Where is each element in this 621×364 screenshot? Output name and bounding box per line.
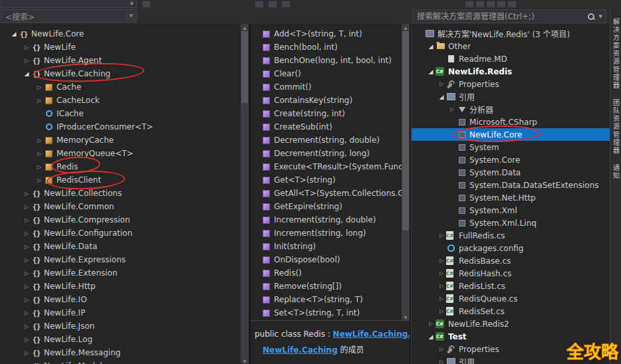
member-item-row[interactable]: Set<T>(string, T, int) <box>251 306 410 319</box>
expand-arrow-icon[interactable]: ▷ <box>22 58 31 64</box>
member-item-row[interactable]: ContainsKey(string) <box>251 94 410 107</box>
browser-item-row[interactable]: ▷{}NewLife.Json <box>0 319 249 333</box>
chevron-down-icon[interactable]: ▼ <box>126 10 136 22</box>
expand-arrow-icon[interactable]: ▷ <box>35 164 44 170</box>
member-item-row[interactable]: Replace<T>(string, T) <box>251 293 410 306</box>
solution-item-row[interactable]: System.Xml <box>412 204 610 217</box>
expand-arrow-icon[interactable]: ▷ <box>437 346 446 352</box>
expand-arrow-icon[interactable]: ▷ <box>22 310 31 316</box>
member-item-row[interactable]: Add<T>(string, T, int) <box>251 27 410 41</box>
object-browser-search-combobox[interactable]: <搜索> ▼ <box>1 9 137 23</box>
browser-item-row[interactable]: ▷{}NewLife.Agent <box>0 54 249 67</box>
expand-arrow-icon[interactable]: ▷ <box>22 244 31 250</box>
search-icon[interactable] <box>586 12 596 21</box>
expand-arrow-icon[interactable]: ▷ <box>35 98 44 104</box>
collapse-arrow-icon[interactable]: ◢ <box>426 68 435 75</box>
expand-arrow-icon[interactable]: ▷ <box>437 270 446 276</box>
collapse-arrow-icon[interactable]: ◢ <box>426 43 435 50</box>
collapse-arrow-icon[interactable]: ◢ <box>437 94 446 100</box>
solution-item-row[interactable]: System.Data.DataSetExtensions <box>412 179 610 191</box>
expand-arrow-icon[interactable]: ▷ <box>22 270 31 276</box>
browser-item-row[interactable]: ▷{}NewLife.IP <box>0 306 249 319</box>
toolbar-icon[interactable] <box>269 1 277 7</box>
expand-arrow-icon[interactable]: ▷ <box>426 321 435 327</box>
toolbar-icon[interactable] <box>497 1 505 7</box>
solution-item-row[interactable]: ▷Properties <box>412 78 610 90</box>
solution-item-row[interactable]: ▷C#RedisHash.cs <box>412 267 610 280</box>
browser-item-row[interactable]: ICache <box>0 107 249 120</box>
toolbar-icon[interactable] <box>476 1 484 7</box>
scrollbar-thumb[interactable] <box>402 31 409 230</box>
browser-item-row[interactable]: ▷{}NewLife.Common <box>0 200 249 213</box>
solution-item-row[interactable]: System.Net.Http <box>412 191 610 204</box>
browser-item-row[interactable]: ▷{}NewLife.Http <box>0 280 249 293</box>
expand-arrow-icon[interactable]: ▷ <box>35 177 44 183</box>
expand-arrow-icon[interactable]: ▷ <box>22 323 31 329</box>
browser-item-row[interactable]: ◢{}NewLife.Caching <box>0 67 249 80</box>
collapse-arrow-icon[interactable]: ◢ <box>426 333 435 340</box>
solution-item-row[interactable]: ▷C#RedisBase.cs <box>412 254 610 267</box>
namespace-link[interactable]: NewLife.Caching <box>263 345 338 355</box>
toolbar-icon[interactable] <box>282 1 290 7</box>
browser-item-row[interactable]: ▷{}NewLife.Configuration <box>0 227 249 240</box>
solution-item-row[interactable]: packages.config <box>412 242 610 254</box>
browser-item-row[interactable]: ▷{}NewLife.Log <box>0 333 249 346</box>
expand-arrow-icon[interactable]: ▷ <box>22 284 31 290</box>
scrollbar-thumb[interactable] <box>241 31 248 103</box>
expand-arrow-icon[interactable]: ▷ <box>22 217 31 223</box>
member-item-row[interactable]: Execute<TResult>(System.Func<N <box>251 160 410 173</box>
expand-arrow-icon[interactable]: ▷ <box>437 232 446 238</box>
solution-item-row[interactable]: Readme.MD <box>412 52 610 65</box>
solution-item-row[interactable]: ◢引用 <box>412 90 610 103</box>
expand-arrow-icon[interactable]: ▷ <box>437 81 446 87</box>
browser-item-row[interactable]: ▷{}NewLife.Data <box>0 240 249 253</box>
browser-item-row[interactable]: ▷{}NewLife.Extension <box>0 266 249 280</box>
solution-item-row[interactable]: ▷C#RedisQueue.cs <box>412 292 610 305</box>
browser-item-row[interactable]: ▷{}NewLife.Compression <box>0 213 249 227</box>
member-item-row[interactable]: Create(string, int) <box>251 107 410 120</box>
browser-item-row[interactable]: ▷{}NewLife.Model <box>0 359 249 364</box>
browser-item-row[interactable]: ▷{}NewLife.IO <box>0 293 249 306</box>
solution-item-row[interactable]: 解决方案'NewLife.Redis' (3 个项目) <box>412 27 610 40</box>
browser-item-row[interactable]: ▷MemoryQueue<T> <box>0 147 249 160</box>
member-item-row[interactable]: GetExpire(string) <box>251 200 410 213</box>
member-item-row[interactable]: Redis() <box>251 266 410 280</box>
side-tab[interactable]: 团队资源管理器 <box>611 99 621 155</box>
solution-search-input[interactable] <box>413 12 586 21</box>
toolbar-icon[interactable] <box>465 1 473 7</box>
scroll-up-icon[interactable]: ▲ <box>241 24 249 31</box>
toolbar-icon[interactable] <box>487 1 495 7</box>
browser-item-row[interactable]: ▷{}NewLife <box>0 41 249 54</box>
browser-item-row[interactable]: ▷RedisClient <box>0 173 249 187</box>
expand-arrow-icon[interactable]: ▷ <box>35 137 44 143</box>
browser-item-row[interactable]: ▷CacheLock <box>0 94 249 107</box>
chevron-down-icon[interactable]: ▼ <box>596 14 606 19</box>
solution-item-row[interactable]: NewLife.Core <box>412 128 610 141</box>
expand-arrow-icon[interactable]: ▷ <box>22 257 31 263</box>
collapse-arrow-icon[interactable]: ◢ <box>9 31 19 37</box>
solution-item-row[interactable]: ▷C#RedisSet.cs <box>412 305 610 318</box>
solution-explorer-search[interactable]: ▼ <box>412 9 606 23</box>
expand-arrow-icon[interactable]: ▷ <box>35 151 44 157</box>
member-item-row[interactable]: Init(string) <box>251 240 410 253</box>
expand-arrow-icon[interactable]: ▷ <box>22 297 31 303</box>
expand-arrow-icon[interactable]: ▷ <box>437 258 446 264</box>
expand-arrow-icon[interactable]: ▷ <box>22 45 31 50</box>
browser-item-row[interactable]: ▷MemoryCache <box>0 134 249 147</box>
members-scrollbar[interactable]: ▲ ▼ <box>402 24 410 320</box>
browser-item-row[interactable]: IProducerConsumer<T> <box>0 120 249 134</box>
browser-item-row[interactable]: ▷Redis <box>0 160 249 173</box>
solution-item-row[interactable]: ▷分析器 <box>412 103 610 116</box>
side-tab[interactable]: 通知 <box>611 164 621 180</box>
base-class-link[interactable]: NewLife.Caching. <box>333 329 410 339</box>
scroll-down-icon[interactable]: ▼ <box>402 314 410 320</box>
expand-arrow-icon[interactable]: ▷ <box>437 296 446 302</box>
member-item-row[interactable]: Get<T>(string) <box>251 173 410 187</box>
expand-arrow-icon[interactable]: ▷ <box>22 204 31 210</box>
solution-item-row[interactable]: System.Xml.Linq <box>412 217 610 229</box>
solution-item-row[interactable]: System.Core <box>412 153 610 166</box>
browser-item-row[interactable]: ◢{}NewLife.Core <box>0 27 249 41</box>
browser-item-row[interactable]: ▷{}NewLife.Collections <box>0 187 249 200</box>
member-item-row[interactable]: Clear() <box>251 67 410 80</box>
expand-arrow-icon[interactable]: ▷ <box>22 230 31 236</box>
